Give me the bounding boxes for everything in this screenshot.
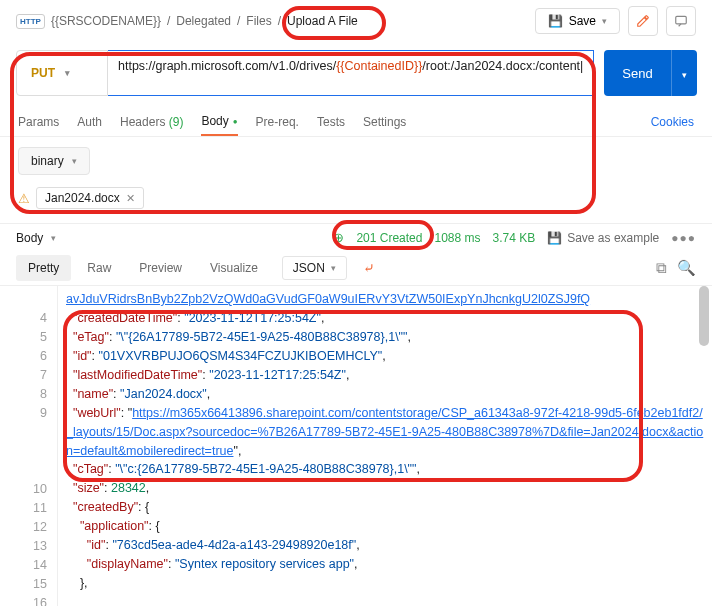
response-section-label[interactable]: Body [16, 231, 43, 245]
headers-count: (9) [169, 115, 184, 129]
file-name: Jan2024.docx [45, 191, 120, 205]
line-gutter: 45678910111213141516 [0, 286, 58, 606]
text-cursor: | [580, 59, 583, 73]
url-input[interactable]: https://graph.microsoft.com/v1.0/drives/… [108, 50, 594, 96]
save-label: Save [569, 14, 596, 28]
request-row: PUT ▾ https://graph.microsoft.com/v1.0/d… [0, 42, 712, 104]
file-chip[interactable]: Jan2024.docx ✕ [36, 187, 144, 209]
url-text: /root:/Jan2024.docx:/content [422, 59, 580, 73]
scrollbar[interactable] [698, 286, 710, 606]
breadcrumb-item[interactable]: Files [246, 14, 271, 28]
chevron-down-icon: ▾ [65, 68, 70, 78]
tab-prereq[interactable]: Pre-req. [256, 109, 299, 135]
scrollbar-thumb[interactable] [699, 286, 709, 346]
copy-icon[interactable]: ⧉ [656, 259, 667, 277]
tab-body[interactable]: Body [201, 108, 237, 136]
http-badge: HTTP [16, 14, 45, 29]
chevron-down-icon: ▾ [682, 70, 687, 80]
view-pretty[interactable]: Pretty [16, 255, 71, 281]
tab-settings[interactable]: Settings [363, 109, 406, 135]
top-toolbar: HTTP {{SRSCODENAME}} / Delegated / Files… [0, 0, 712, 42]
breadcrumb-separator: / [278, 14, 281, 28]
chevron-down-icon: ▾ [331, 263, 336, 273]
breadcrumb-active: Upload A File [287, 14, 358, 28]
chevron-down-icon[interactable]: ▾ [51, 233, 56, 243]
url-variable: {{ContainedID}} [336, 59, 422, 73]
status-code: 201 [356, 231, 376, 245]
save-example-label: Save as example [567, 231, 659, 245]
view-visualize[interactable]: Visualize [198, 255, 270, 281]
tab-tests[interactable]: Tests [317, 109, 345, 135]
breadcrumb-item[interactable]: {{SRSCODENAME}} [51, 14, 161, 28]
view-raw[interactable]: Raw [75, 255, 123, 281]
tab-params[interactable]: Params [18, 109, 59, 135]
body-type-label: binary [31, 154, 64, 168]
svg-rect-0 [676, 16, 687, 24]
response-format-select[interactable]: JSON ▾ [282, 256, 347, 280]
tab-auth[interactable]: Auth [77, 109, 102, 135]
comments-button[interactable] [666, 6, 696, 36]
breadcrumb-item[interactable]: Delegated [176, 14, 231, 28]
save-example-button[interactable]: 💾 Save as example [547, 231, 659, 245]
wrap-lines-button[interactable]: ⤶ [357, 256, 381, 280]
save-icon: 💾 [547, 231, 562, 245]
response-size: 3.74 KB [492, 231, 535, 245]
response-body-viewer[interactable]: 45678910111213141516 avJduVRidrsBnByb2Zp… [0, 286, 712, 606]
view-preview[interactable]: Preview [127, 255, 194, 281]
more-options-icon[interactable]: ●●● [671, 231, 696, 245]
warning-icon: ⚠ [18, 191, 30, 206]
response-view-tabs: Pretty Raw Preview Visualize JSON ▾ ⤶ ⧉ … [0, 251, 712, 286]
chevron-down-icon: ▾ [72, 156, 77, 166]
breadcrumb-separator: / [237, 14, 240, 28]
method-label: PUT [31, 66, 55, 80]
json-content[interactable]: avJduVRidrsBnByb2Zpb2VzQWd0aGVudGF0aW9uI… [58, 286, 712, 606]
chevron-down-icon[interactable]: ▾ [602, 16, 607, 26]
status-text: Created [380, 231, 423, 245]
tab-headers[interactable]: Headers (9) [120, 109, 183, 135]
request-tabs: Params Auth Headers (9) Body Pre-req. Te… [0, 104, 712, 137]
response-status: 201 Created [356, 231, 422, 245]
cookies-link[interactable]: Cookies [651, 109, 694, 135]
format-label: JSON [293, 261, 325, 275]
breadcrumb-separator: / [167, 14, 170, 28]
method-select[interactable]: PUT ▾ [16, 50, 108, 96]
body-type-row: binary ▾ [0, 137, 712, 183]
url-text: https://graph.microsoft.com/v1.0/drives/ [118, 59, 336, 73]
file-attachment-row: ⚠ Jan2024.docx ✕ [0, 183, 712, 223]
body-type-select[interactable]: binary ▾ [18, 147, 90, 175]
network-icon[interactable]: ⊕ [333, 230, 344, 245]
remove-file-icon[interactable]: ✕ [126, 192, 135, 205]
response-bar: Body ▾ ⊕ 201 Created 1088 ms 3.74 KB 💾 S… [0, 223, 712, 251]
save-button[interactable]: 💾 Save ▾ [535, 8, 620, 34]
edit-button[interactable] [628, 6, 658, 36]
response-time: 1088 ms [434, 231, 480, 245]
tab-headers-label: Headers [120, 115, 165, 129]
send-options-button[interactable]: ▾ [671, 50, 697, 96]
save-icon: 💾 [548, 14, 563, 28]
search-icon[interactable]: 🔍 [677, 259, 696, 277]
send-button[interactable]: Send [604, 50, 670, 96]
